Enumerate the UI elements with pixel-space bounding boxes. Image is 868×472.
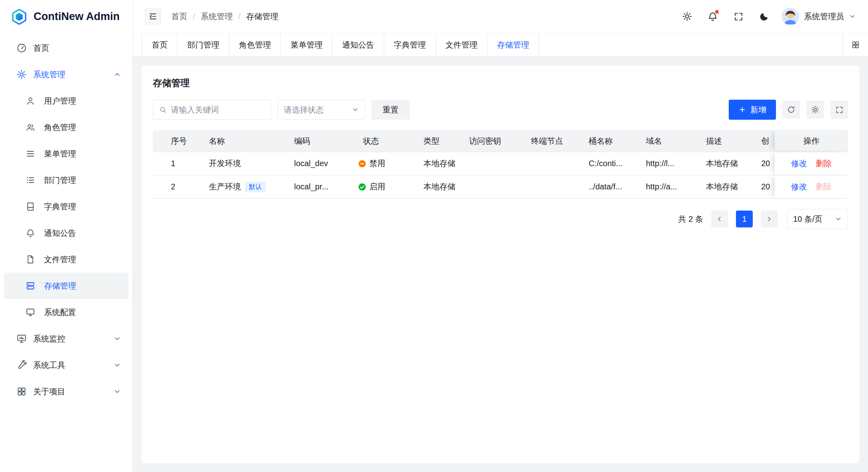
apps-grid-icon — [851, 40, 860, 49]
edit-link[interactable]: 修改 — [791, 158, 807, 169]
sidebar-item-home[interactable]: 首页 — [0, 35, 132, 61]
chevron-down-icon — [352, 106, 359, 113]
header-actions: 系统管理员 — [679, 8, 856, 25]
add-button[interactable]: 新增 — [729, 100, 776, 120]
sidebar-item-system-tools[interactable]: 系统工具 — [0, 352, 132, 378]
monitor-icon — [16, 333, 27, 344]
table-header-row: 序号 名称 编码 状态 类型 访问密钥 终端节点 桶名称 域名 描述 创 操作 — [153, 130, 848, 152]
notifications-button[interactable] — [705, 8, 721, 24]
expand-button[interactable] — [830, 101, 848, 119]
settings-button[interactable] — [679, 8, 695, 24]
storage-name: 开发环境 — [209, 158, 241, 169]
sidebar-item-label: 系统管理 — [33, 69, 65, 80]
col-actions: 操作 — [775, 130, 848, 152]
chevron-down-icon — [849, 13, 856, 20]
top-header: 首页 / 系统管理 / 存储管理 — [133, 0, 868, 33]
sidebar-item-notice[interactable]: 通知公告 — [4, 220, 128, 246]
tab-role[interactable]: 角色管理 — [229, 33, 281, 56]
cell-index: 1 — [153, 159, 201, 168]
file-icon — [26, 255, 35, 264]
sidebar-item-department-management[interactable]: 部门管理 — [4, 167, 128, 193]
prev-page-button[interactable] — [711, 211, 728, 227]
reset-button[interactable]: 重置 — [371, 100, 410, 120]
desktop-icon — [26, 307, 35, 317]
breadcrumb-item[interactable]: 首页 — [171, 11, 187, 22]
refresh-button[interactable] — [782, 101, 800, 119]
sidebar-item-label: 菜单管理 — [44, 149, 76, 159]
fullscreen-button[interactable] — [730, 8, 746, 24]
tab-notice[interactable]: 通知公告 — [333, 33, 384, 56]
page-title: 存储管理 — [153, 77, 848, 89]
sidebar-item-user-management[interactable]: 用户管理 — [4, 88, 128, 114]
sidebar-item-system-config[interactable]: 系统配置 — [4, 299, 128, 325]
chevron-down-icon — [113, 335, 121, 343]
tab-bar: 首页 部门管理 角色管理 菜单管理 通知公告 字典管理 文件管理 存储管理 — [133, 33, 868, 57]
search-icon — [159, 106, 167, 114]
col-actions-label: 操作 — [804, 136, 820, 147]
tab-department[interactable]: 部门管理 — [178, 33, 229, 56]
search-input[interactable] — [171, 105, 265, 114]
col-domain: 域名 — [638, 136, 698, 147]
cell-name: 生产环境 默认 — [201, 181, 286, 192]
delete-link[interactable]: 删除 — [816, 158, 832, 169]
user-menu[interactable]: 系统管理员 — [782, 8, 856, 25]
sidebar-item-role-management[interactable]: 角色管理 — [4, 114, 128, 141]
toolbar: 请选择状态 重置 新增 — [153, 100, 848, 120]
refresh-icon — [787, 105, 796, 114]
sidebar-item-label: 通知公告 — [44, 228, 76, 239]
chevron-left-icon — [716, 215, 723, 223]
col-bucket: 桶名称 — [581, 136, 638, 147]
table-row: 2 生产环境 默认 local_pr... 启用 本地存储 ../data/f.… — [153, 175, 848, 199]
sidebar-item-system-management[interactable]: 系统管理 — [0, 61, 132, 88]
sidebar-item-label: 系统工具 — [33, 360, 65, 371]
notification-badge-dot — [715, 10, 719, 14]
sidebar-item-dict-management[interactable]: 字典管理 — [4, 193, 128, 220]
storage-icon — [26, 281, 35, 291]
sidebar-item-about-project[interactable]: 关于项目 — [0, 378, 132, 405]
sidebar-item-file-management[interactable]: 文件管理 — [4, 246, 128, 273]
sidebar-item-label: 关于项目 — [33, 386, 65, 397]
tab-file[interactable]: 文件管理 — [436, 33, 487, 56]
app-logo[interactable]: ContiNew Admin — [0, 0, 132, 33]
chevron-right-icon — [766, 215, 773, 223]
tab-actions-button[interactable] — [842, 33, 868, 56]
tab-menu[interactable]: 菜单管理 — [281, 33, 333, 56]
dark-mode-button[interactable] — [756, 8, 772, 24]
sidebar-item-label: 部门管理 — [44, 175, 76, 186]
edit-link[interactable]: 修改 — [791, 181, 807, 192]
breadcrumb-item[interactable]: 系统管理 — [201, 11, 233, 22]
tab-label: 字典管理 — [394, 40, 426, 50]
add-label: 新增 — [750, 104, 766, 115]
cell-actions: 修改 删除 — [775, 175, 848, 198]
sidebar-item-storage-management[interactable]: 存储管理 — [4, 273, 128, 299]
page-size-select[interactable]: 10 条/页 — [787, 209, 848, 229]
users-icon — [26, 123, 35, 132]
tree-list-icon — [26, 175, 35, 185]
tab-label: 角色管理 — [239, 40, 271, 50]
sidebar-item-label: 文件管理 — [44, 254, 76, 265]
tab-dict[interactable]: 字典管理 — [384, 33, 436, 56]
table-settings-button[interactable] — [806, 101, 824, 119]
status-label: 禁用 — [369, 158, 385, 169]
reset-label: 重置 — [383, 104, 399, 115]
status-select[interactable]: 请选择状态 — [278, 100, 365, 120]
sidebar-item-system-monitor[interactable]: 系统监控 — [0, 325, 132, 352]
default-badge: 默认 — [245, 182, 266, 192]
tab-storage[interactable]: 存储管理 — [487, 33, 539, 56]
tab-bar-spacer — [539, 33, 842, 56]
cell-status: 禁用 — [355, 158, 415, 169]
cell-bucket: C:/conti... — [581, 159, 638, 168]
col-index: 序号 — [153, 136, 201, 147]
col-description: 描述 — [698, 136, 753, 147]
keyword-search[interactable] — [153, 100, 271, 120]
content-area: 存储管理 请选择状态 重置 新增 — [133, 57, 868, 472]
tab-home[interactable]: 首页 — [142, 33, 178, 56]
breadcrumb-separator: / — [193, 12, 195, 21]
sidebar-item-menu-management[interactable]: 菜单管理 — [4, 141, 128, 167]
page-number-button[interactable]: 1 — [736, 211, 753, 227]
toolbar-right: 新增 — [729, 100, 848, 120]
tab-label: 文件管理 — [445, 40, 477, 50]
col-status: 状态 — [355, 136, 415, 147]
next-page-button[interactable] — [761, 211, 778, 227]
sidebar-collapse-button[interactable] — [145, 8, 161, 24]
